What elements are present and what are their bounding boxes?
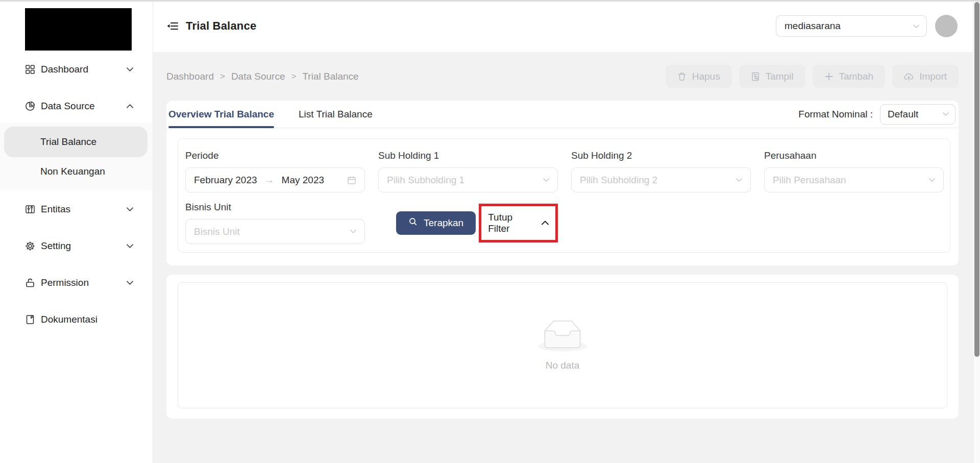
breadcrumb-row: Dashboard > Data Source > Trial Balance … [166,52,959,101]
breadcrumb-separator: > [220,71,225,82]
tampil-button[interactable]: Tampil [739,65,805,88]
sidebar-item-label: Non Keuangan [40,166,105,177]
chevron-down-icon [943,112,949,116]
chevron-up-icon [542,221,549,225]
sub-holding-1-placeholder: Pilih Subholding 1 [387,175,543,186]
app-logo [25,8,132,51]
sidebar-item-data-source[interactable]: Data Source [0,94,153,118]
sub-holding-2-placeholder: Pilih Subholding 2 [580,175,736,186]
perusahaan-label: Perusahaan [764,150,944,161]
bookmark-file-icon [25,314,35,325]
tutup-filter-button[interactable]: Tutup Filter [488,212,549,234]
company-select[interactable]: mediasarana [776,15,927,37]
filter-panel: Periode February 2023 → May 2023 Sub Hol… [178,138,950,253]
sidebar-menu: Dashboard Data Source Trial Balance Non … [0,57,153,332]
bisnis-unit-label: Bisnis Unit [185,202,365,213]
import-button[interactable]: Import [892,65,959,88]
action-buttons: Hapus Tampil Tambah Import [666,65,959,88]
empty-state: No data [178,282,947,408]
chevron-down-icon [127,244,133,248]
file-search-icon [751,72,760,81]
search-icon [408,217,418,229]
bisnis-unit-select[interactable]: Bisnis Unit [185,219,365,244]
tab-overview-trial-balance[interactable]: Overview Trial Balance [168,101,274,128]
periode-label: Periode [185,150,365,161]
empty-inbox-icon [538,320,587,354]
trash-icon [677,72,687,81]
import-label: Import [919,71,947,82]
sub-holding-1-select[interactable]: Pilih Subholding 1 [378,167,558,192]
result-card: No data [166,275,959,419]
pie-chart-icon [25,101,35,111]
sidebar-submenu: Trial Balance Non Keuangan [0,123,153,191]
gear-icon [25,241,35,251]
sidebar-item-non-keuangan[interactable]: Non Keuangan [4,159,148,184]
perusahaan-placeholder: Pilih Perusahaan [773,175,929,186]
calendar-icon [347,176,356,185]
chevron-down-icon [127,67,133,71]
sidebar-item-label: Data Source [41,101,127,112]
empty-text: No data [546,360,580,371]
vertical-scrollbar [973,0,980,463]
tab-label: Overview Trial Balance [168,109,274,120]
sidebar-item-entitas[interactable]: Entitas [0,197,153,222]
avatar[interactable] [935,15,958,37]
sliders-icon [25,204,35,214]
chevron-down-icon [913,25,919,28]
periode-end: May 2023 [282,175,324,186]
sidebar-item-label: Dashboard [41,64,127,75]
sidebar-item-label: Permission [41,277,127,288]
breadcrumb-separator: > [291,71,297,82]
scrollbar-thumb[interactable] [974,2,979,357]
sidebar-item-dashboard[interactable]: Dashboard [0,57,153,82]
tambah-label: Tambah [839,71,874,82]
breadcrumb-dashboard[interactable]: Dashboard [166,71,214,82]
menu-fold-icon[interactable] [166,21,179,31]
format-nominal-value: Default [888,109,918,120]
sidebar-item-label: Dokumentasi [41,314,133,325]
top-divider [0,0,980,2]
terapkan-button[interactable]: Terapkan [396,211,476,235]
sub-holding-2-label: Sub Holding 2 [571,150,751,161]
sub-holding-2-select[interactable]: Pilih Subholding 2 [571,167,751,192]
sidebar-item-label: Entitas [41,204,127,215]
hapus-label: Hapus [692,71,720,82]
main-content: Dashboard > Data Source > Trial Balance … [153,52,980,463]
chevron-down-icon [127,281,133,285]
sidebar-item-dokumentasi[interactable]: Dokumentasi [0,307,153,332]
terapkan-label: Terapkan [424,217,463,229]
tab-label: List Trial Balance [299,109,373,120]
perusahaan-select[interactable]: Pilih Perusahaan [764,167,944,192]
sub-holding-1-label: Sub Holding 1 [378,150,558,161]
breadcrumb-data-source[interactable]: Data Source [231,71,285,82]
header: Trial Balance mediasarana [153,0,980,52]
hapus-button[interactable]: Hapus [666,65,732,88]
dashboard-grid-icon [25,64,35,75]
breadcrumb-current: Trial Balance [302,71,358,82]
range-arrow-icon: → [264,174,275,186]
cloud-upload-icon [904,72,914,81]
tutup-filter-label: Tutup Filter [488,212,536,234]
tab-list-trial-balance[interactable]: List Trial Balance [299,101,373,128]
tampil-label: Tampil [766,71,794,82]
sidebar-item-label: Trial Balance [40,136,96,148]
tambah-button[interactable]: Tambah [813,65,886,88]
periode-start: February 2023 [194,175,257,186]
page-title: Trial Balance [186,19,256,33]
company-select-value: mediasarana [785,20,841,32]
tab-bar: Overview Trial Balance List Trial Balanc… [166,101,959,128]
sidebar-item-setting[interactable]: Setting [0,234,153,258]
sidebar: Dashboard Data Source Trial Balance Non … [0,0,153,463]
chevron-down-icon [350,230,356,233]
periode-range-picker[interactable]: February 2023 → May 2023 [185,167,365,192]
format-nominal-select[interactable]: Default [880,104,955,125]
chevron-down-icon [543,178,549,182]
chevron-down-icon [929,178,935,182]
sidebar-item-permission[interactable]: Permission [0,271,153,295]
chevron-down-icon [736,178,742,182]
red-annotation-box: Tutup Filter [479,204,558,242]
format-nominal: Format Nominal : Default [798,104,955,125]
breadcrumb: Dashboard > Data Source > Trial Balance [166,71,359,82]
format-nominal-label: Format Nominal : [798,109,873,120]
sidebar-item-trial-balance[interactable]: Trial Balance [4,127,148,157]
